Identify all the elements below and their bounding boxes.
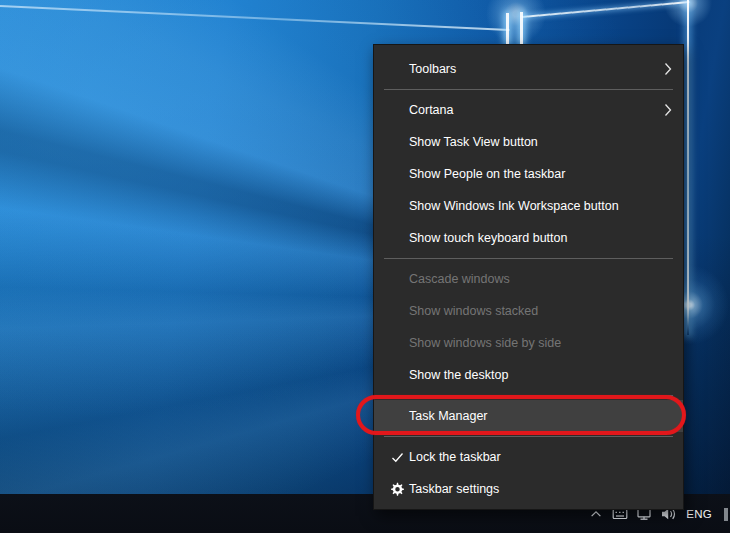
- menu-item-label: Show touch keyboard button: [409, 231, 567, 245]
- menu-item-show-the-desktop[interactable]: Show the desktop: [374, 359, 683, 391]
- wallpaper-window-edge-glow: [687, 0, 689, 335]
- menu-item-label: Show the desktop: [409, 368, 508, 382]
- menu-item-label: Toolbars: [409, 62, 456, 76]
- submenu-chevron-icon: [664, 94, 672, 126]
- menu-item-taskbar-settings[interactable]: Taskbar settings: [374, 473, 683, 505]
- gear-icon: [386, 473, 408, 505]
- menu-item-label: Taskbar settings: [409, 482, 499, 496]
- menu-item-lock-the-taskbar[interactable]: Lock the taskbar: [374, 441, 683, 473]
- menu-item-toolbars[interactable]: Toolbars: [374, 53, 683, 85]
- menu-item-show-people[interactable]: Show People on the taskbar: [374, 158, 683, 190]
- wallpaper-light-beam: [0, 5, 509, 31]
- menu-item-label: Show People on the taskbar: [409, 167, 565, 181]
- menu-separator: [374, 254, 683, 263]
- menu-separator: [374, 85, 683, 94]
- taskbar-context-menu: Toolbars Cortana Show Task View button S…: [373, 44, 684, 510]
- wallpaper-window-edge-glow: [520, 12, 523, 44]
- screen: ENG Toolbars Cortana Show Task View butt…: [0, 0, 730, 533]
- menu-item-label: Cortana: [409, 103, 453, 117]
- menu-item-label: Show Task View button: [409, 135, 538, 149]
- language-indicator[interactable]: ENG: [683, 508, 715, 520]
- menu-item-label: Cascade windows: [409, 272, 510, 286]
- menu-item-show-ink-workspace[interactable]: Show Windows Ink Workspace button: [374, 190, 683, 222]
- menu-item-label: Lock the taskbar: [409, 450, 501, 464]
- menu-item-show-task-view[interactable]: Show Task View button: [374, 126, 683, 158]
- menu-item-label: Show windows stacked: [409, 304, 538, 318]
- checkmark-icon: [386, 441, 408, 473]
- menu-item-show-windows-stacked: Show windows stacked: [374, 295, 683, 327]
- menu-item-cascade-windows: Cascade windows: [374, 263, 683, 295]
- wallpaper-window-edge-glow: [506, 13, 509, 44]
- menu-item-cortana[interactable]: Cortana: [374, 94, 683, 126]
- menu-item-label: Show Windows Ink Workspace button: [409, 199, 619, 213]
- wallpaper-light-beam: [522, 1, 690, 18]
- task-manager-annotation: [356, 395, 686, 435]
- menu-item-label: Show windows side by side: [409, 336, 561, 350]
- submenu-chevron-icon: [664, 53, 672, 85]
- tray-cutoff-icon: [724, 508, 728, 521]
- menu-item-show-windows-side-by-side: Show windows side by side: [374, 327, 683, 359]
- menu-item-show-touch-keyboard[interactable]: Show touch keyboard button: [374, 222, 683, 254]
